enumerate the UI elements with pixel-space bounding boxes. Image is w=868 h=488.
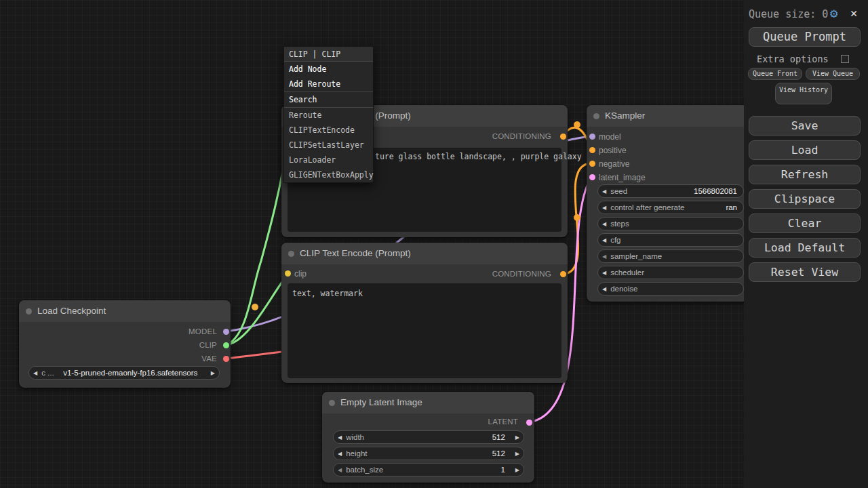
reset-view-button[interactable]: Reset View — [749, 262, 861, 282]
menu-item-gligentextboxapply[interactable]: GLIGENTextBoxApply — [284, 167, 373, 182]
output-slot-vae[interactable] — [223, 356, 229, 362]
increment-arrow-icon[interactable]: ▶ — [511, 434, 524, 441]
decrement-arrow-icon[interactable]: ◀ — [598, 237, 610, 243]
node-title-bar[interactable]: Load Checkpoint — [19, 300, 231, 322]
queue-sidebar: Queue size: 0 ⚙ ✕ Queue Prompt Extra opt… — [744, 0, 868, 488]
scheduler-widget[interactable]: ◀ scheduler — [597, 266, 744, 279]
settings-gear-icon[interactable]: ⚙ — [830, 5, 837, 20]
menu-item-add-node[interactable]: Add Node — [284, 62, 373, 77]
ckpt-name-widget[interactable]: ◀ c ... v1-5-pruned-emaonly-fp16.safeten… — [28, 366, 220, 380]
output-slot-latent[interactable] — [526, 420, 532, 426]
input-slot-clip[interactable] — [285, 270, 291, 277]
widget-label: steps — [610, 220, 629, 228]
node-status-dot — [593, 113, 599, 119]
link-dot — [252, 304, 258, 310]
widget-label: seed — [610, 187, 627, 195]
menu-item-cliptextencode[interactable]: CLIPTextEncode — [284, 123, 373, 138]
widget-label: control after generate — [610, 203, 684, 211]
node-status-dot — [288, 251, 294, 257]
seed-widget[interactable]: ◀ seed 1566802081 — [597, 184, 744, 198]
clipspace-button[interactable]: Clipspace — [749, 189, 861, 209]
queue-prompt-button[interactable]: Queue Prompt — [749, 27, 861, 47]
increment-arrow-icon[interactable]: ▶ — [511, 451, 524, 457]
menu-search-input[interactable]: Search — [284, 92, 373, 107]
extra-options-label: Extra options — [757, 54, 829, 64]
load-default-button[interactable]: Load Default — [749, 238, 861, 258]
batch-size-widget[interactable]: ◀ batch_size 1 ▶ — [333, 463, 524, 476]
widget-label: height — [346, 449, 367, 458]
input-slot-model[interactable] — [589, 134, 595, 140]
node-title-bar[interactable]: Empty Latent Image — [322, 392, 534, 413]
node-status-dot — [26, 308, 32, 314]
node-clip-text-encode-bottom[interactable]: CLIP Text Encode (Prompt) clip CONDITION… — [281, 243, 568, 383]
clear-button[interactable]: Clear — [749, 214, 861, 233]
widget-value: 1 — [383, 466, 511, 474]
widget-label: c ... — [41, 369, 54, 377]
decrement-arrow-icon[interactable]: ◀ — [334, 434, 346, 441]
decrement-arrow-icon[interactable]: ◀ — [598, 270, 610, 276]
prompt-text: ture glass bottle landscape, , purple ga… — [375, 152, 582, 161]
wire-clip-drag — [226, 155, 285, 345]
output-label-model: MODEL — [189, 327, 217, 336]
input-slot-negative[interactable] — [589, 161, 595, 167]
widget-label: cfg — [610, 236, 620, 244]
decrement-arrow-icon[interactable]: ◀ — [598, 286, 610, 292]
view-queue-button[interactable]: View Queue — [806, 68, 860, 80]
widget-label: denoise — [610, 285, 637, 293]
save-button[interactable]: Save — [749, 116, 861, 136]
height-widget[interactable]: ◀ height 512 ▶ — [333, 447, 524, 460]
node-title-bar[interactable]: CLIP Text Encode (Prompt) — [281, 243, 568, 264]
decrement-arrow-icon[interactable]: ◀ — [29, 370, 41, 376]
node-title: KSampler — [605, 105, 645, 127]
refresh-button[interactable]: Refresh — [749, 165, 861, 184]
decrement-arrow-icon[interactable]: ◀ — [334, 451, 346, 457]
control-after-generate-widget[interactable]: ◀ control after generate ran — [597, 201, 744, 214]
input-label-positive: positive — [599, 146, 627, 155]
load-button[interactable]: Load — [749, 140, 861, 160]
output-slot-conditioning[interactable] — [560, 271, 566, 277]
widget-value: ran — [684, 203, 743, 211]
prompt-text: text, watermark — [292, 289, 363, 298]
output-slot-conditioning[interactable] — [560, 134, 566, 140]
output-slot-model[interactable] — [223, 329, 229, 335]
increment-arrow-icon[interactable]: ▶ — [511, 467, 524, 473]
decrement-arrow-icon[interactable]: ◀ — [598, 188, 610, 195]
input-slot-latent-image[interactable] — [589, 174, 595, 180]
view-history-button[interactable]: View History — [775, 83, 832, 104]
menu-item-add-reroute[interactable]: Add Reroute — [284, 77, 373, 92]
output-label-conditioning: CONDITIONING — [492, 132, 551, 140]
menu-item-loraloader[interactable]: LoraLoader — [284, 152, 373, 167]
output-slot-clip[interactable] — [223, 342, 229, 348]
node-title: Load Checkpoint — [37, 300, 106, 322]
link-dot — [574, 214, 580, 221]
node-ksampler[interactable]: KSampler model positive negative latent_… — [587, 105, 749, 302]
queue-front-button[interactable]: Queue Front — [748, 68, 802, 80]
increment-arrow-icon[interactable]: ▶ — [207, 370, 219, 376]
link-context-menu: CLIP | CLIP Add Node Add Reroute Search … — [283, 46, 374, 183]
menu-item-reroute[interactable]: Reroute — [284, 108, 373, 123]
node-title: CLIP Text Encode (Prompt) — [300, 243, 411, 264]
node-title: Empty Latent Image — [340, 392, 422, 413]
steps-widget[interactable]: ◀ steps — [597, 217, 744, 230]
extra-options-checkbox[interactable] — [841, 55, 849, 63]
node-status-dot — [329, 400, 335, 406]
prompt-textarea[interactable]: text, watermark — [288, 283, 561, 378]
node-title-bar[interactable]: KSampler — [587, 105, 749, 127]
menu-item-clipsetlastlayer[interactable]: CLIPSetLastLayer — [284, 138, 373, 152]
close-icon[interactable]: ✕ — [850, 6, 857, 20]
widget-value: 512 — [368, 449, 511, 458]
node-empty-latent-image[interactable]: Empty Latent Image LATENT ◀ width 512 ▶ … — [322, 392, 534, 483]
decrement-arrow-icon[interactable]: ◀ — [598, 253, 610, 260]
cfg-widget[interactable]: ◀ cfg — [597, 233, 744, 247]
denoise-widget[interactable]: ◀ denoise — [597, 282, 744, 296]
context-menu-title: CLIP | CLIP — [284, 47, 373, 62]
sampler-name-widget[interactable]: ◀ sampler_name — [597, 249, 744, 263]
output-label-vae: VAE — [201, 354, 217, 363]
decrement-arrow-icon[interactable]: ◀ — [598, 221, 610, 227]
input-slot-positive[interactable] — [589, 147, 595, 153]
width-widget[interactable]: ◀ width 512 ▶ — [333, 430, 524, 444]
input-label-negative: negative — [599, 159, 629, 169]
node-load-checkpoint[interactable]: Load Checkpoint MODEL CLIP VAE ◀ c ... v… — [19, 300, 231, 388]
decrement-arrow-icon[interactable]: ◀ — [334, 467, 346, 473]
decrement-arrow-icon[interactable]: ◀ — [598, 205, 610, 211]
